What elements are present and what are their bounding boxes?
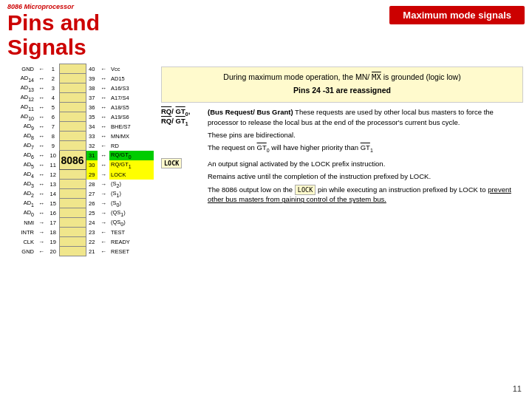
table-row: AD14↔239↔AD15 [6,74,154,83]
table-row: AD10↔635↔A19/S6 [6,112,154,122]
pin-left-num: 1 [47,64,59,74]
pin-left-arrow: ↔ [35,160,47,170]
pin-right-label: TEST [109,228,154,237]
pin-left-label: AD14 [6,74,35,83]
pin-left-arrow: ↔ [35,93,47,103]
pin-right-label: AD15 [109,74,154,83]
table-row: AD6↔10808631↔RQ/GT0 [6,151,154,160]
chip-cell [59,180,86,189]
pin-left-label: AD8 [6,132,35,141]
pin-left-num: 4 [47,93,59,103]
pin-left-label: AD13 [6,83,35,93]
pin-right-num: 32 [86,141,98,151]
pin-left-arrow: ← [35,64,47,74]
pin-right-arrow: → [98,180,109,189]
text-content: During maximum mode operation, the MN/ M… [158,64,526,256]
pin-right-label: RESET [109,247,154,256]
chip-cell [59,170,86,180]
lock-section: LOCK An output signal activated by the L… [161,159,523,205]
pin-left-num: 12 [47,170,59,180]
chip-cell [59,74,86,83]
pin-left-arrow: → [35,218,47,228]
pin-right-arrow: ↔ [98,160,109,170]
info-box: During maximum mode operation, the MN/ M… [161,66,523,103]
pin-right-label: RQ/GT0 [109,151,154,160]
pin-right-label: MN/MX [109,132,154,141]
pin-right-arrow: ↔ [98,103,109,112]
pin-right-num: 35 [86,112,98,122]
table-row: AD7↔932←RD [6,141,154,151]
table-row: NMI→1724→(QS0) [6,218,154,228]
info-line2: Pins 24 -31 are reassigned [169,85,515,96]
table-row: CLK→1922←READY [6,237,154,247]
mode-label: Maximum mode signals [389,6,525,24]
pin-right-arrow: ↔ [98,122,109,132]
table-row: AD3↔1328→(S2) [6,180,154,189]
chip-cell [59,103,86,112]
table-row: AD13↔338↔A16/S3 [6,83,154,93]
pin-right-num: 36 [86,103,98,112]
pin-right-arrow: → [98,189,109,199]
chip-cell: 8086 [59,151,86,170]
pin-right-arrow: ← [98,141,109,151]
pin-right-num: 33 [86,132,98,141]
pin-left-num: 7 [47,122,59,132]
pin-right-num: 26 [86,199,98,208]
pin-left-arrow: ↔ [35,180,47,189]
pin-left-label: AD12 [6,93,35,103]
page-number: 11 [513,384,522,393]
pin-left-label: AD2 [6,189,35,199]
content: GND←140←VccAD14↔239↔AD15AD13↔338↔A16/S3A… [0,61,532,259]
pin-right-label: (QS0) [109,218,154,228]
pin-left-label: GND [6,247,35,256]
pin-right-num: 30 [86,160,98,170]
pin-right-arrow: ↔ [98,83,109,93]
pin-right-arrow: ← [98,228,109,237]
pin-left-label: AD1 [6,199,35,208]
pin-left-arrow: ↔ [35,112,47,122]
pin-left-label: AD6 [6,151,35,160]
chip-cell [59,247,86,256]
pin-right-label: READY [109,237,154,247]
pin-right-label: A19/S6 [109,112,154,122]
pin-left-num: 8 [47,132,59,141]
chip-cell [59,141,86,151]
pin-right-num: 25 [86,208,98,218]
pin-left-num: 6 [47,112,59,122]
pin-right-label: RQ/GT1 [109,160,154,170]
pin-right-num: 29 [86,170,98,180]
pin-left-num: 9 [47,141,59,151]
table-row: GND←140←Vcc [6,64,154,74]
title-line1: Pins and [7,10,100,35]
pin-left-arrow: ↔ [35,199,47,208]
pin-right-arrow: ↔ [98,151,109,160]
rq-text: (Bus Request/ Bus Grant) These requests … [208,107,523,154]
pin-right-arrow: ↔ [98,112,109,122]
table-row: INTR→1823←TEST [6,228,154,237]
pin-left-arrow: ↔ [35,132,47,141]
table-row: AD8↔833↔MN/MX [6,132,154,141]
table-row: AD4↔1229→LOCK [6,170,154,180]
pin-right-num: 40 [86,64,98,74]
lock-badge: LOCK [161,158,182,168]
pin-left-arrow: → [35,228,47,237]
pin-left-num: 18 [47,228,59,237]
pin-left-arrow: ↔ [35,103,47,112]
pin-right-label: Vcc [109,64,154,74]
pin-right-num: 34 [86,122,98,132]
pin-left-num: 11 [47,160,59,170]
pin-right-arrow: ← [98,237,109,247]
pin-right-num: 31 [86,151,98,160]
pin-left-label: CLK [6,237,35,247]
main-title: Pins and Signals [7,10,100,59]
pin-left-label: INTR [6,228,35,237]
pin-right-arrow: → [98,170,109,180]
chip-cell [59,93,86,103]
pin-left-num: 15 [47,199,59,208]
pin-right-num: 24 [86,218,98,228]
pin-right-label: LOCK [109,170,154,180]
pin-left-label: AD4 [6,170,35,180]
pin-left-num: 10 [47,151,59,160]
header-left: 8086 Microprocessor Pins and Signals [7,3,100,59]
pin-right-label: (QS1) [109,208,154,218]
